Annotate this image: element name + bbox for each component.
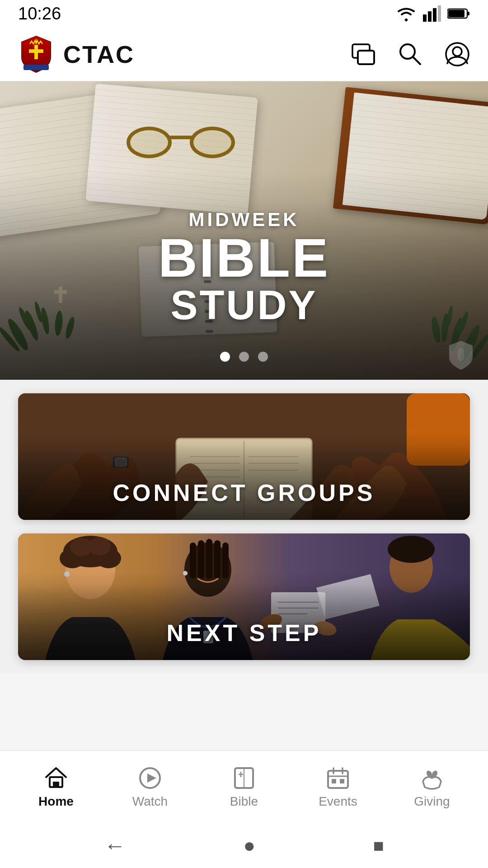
header-right bbox=[351, 42, 470, 67]
logo-shield bbox=[18, 34, 54, 75]
nav-label-events: Events bbox=[319, 794, 357, 809]
header: CTAC bbox=[0, 27, 488, 81]
svg-point-16 bbox=[453, 47, 462, 56]
svg-rect-5 bbox=[467, 12, 469, 15]
connect-groups-card[interactable]: CONNECT GROUPS bbox=[18, 393, 470, 520]
nav-item-bible[interactable]: Bible bbox=[197, 765, 291, 809]
search-icon[interactable] bbox=[398, 42, 423, 67]
svg-rect-6 bbox=[448, 10, 465, 17]
watch-icon bbox=[137, 765, 163, 791]
battery-icon bbox=[447, 8, 470, 19]
nav-item-giving[interactable]: Giving bbox=[385, 765, 479, 809]
hero-title-line1: BIBLE bbox=[0, 231, 488, 285]
home-button[interactable]: ● bbox=[244, 834, 256, 857]
recents-button[interactable]: ■ bbox=[373, 835, 384, 856]
nav-label-home: Home bbox=[38, 794, 74, 809]
content-area: CONNECT GROUPS bbox=[0, 380, 488, 674]
system-nav: ← ● ■ bbox=[0, 823, 488, 868]
svg-rect-8 bbox=[29, 49, 43, 53]
nav-label-watch: Watch bbox=[132, 794, 168, 809]
svg-rect-1 bbox=[428, 11, 432, 22]
home-icon bbox=[43, 765, 69, 791]
bottom-nav: Home Watch Bible Events bbox=[0, 750, 488, 823]
carousel-dot-2[interactable] bbox=[239, 352, 249, 362]
carousel-dot-1[interactable] bbox=[220, 352, 230, 362]
header-left: CTAC bbox=[18, 34, 135, 75]
shield-watermark bbox=[447, 340, 474, 371]
next-step-label: NEXT STEP bbox=[18, 606, 470, 660]
carousel-dots bbox=[0, 352, 488, 362]
carousel-dot-3[interactable] bbox=[258, 352, 268, 362]
svg-rect-9 bbox=[23, 65, 49, 70]
app-title: CTAC bbox=[63, 40, 135, 68]
svg-rect-2 bbox=[433, 8, 436, 22]
connect-groups-label: CONNECT GROUPS bbox=[18, 466, 470, 520]
events-icon bbox=[325, 765, 351, 791]
nav-item-home[interactable]: Home bbox=[9, 765, 103, 809]
messages-icon[interactable] bbox=[351, 42, 376, 67]
hero-title-line2: STUDY bbox=[0, 285, 488, 326]
hero-carousel[interactable]: MIDWEEK BIBLE STUDY bbox=[0, 81, 488, 380]
svg-marker-74 bbox=[147, 774, 156, 783]
nav-item-watch[interactable]: Watch bbox=[103, 765, 197, 809]
svg-line-14 bbox=[413, 57, 420, 64]
status-bar: 10:26 bbox=[0, 0, 488, 27]
svg-rect-3 bbox=[438, 5, 441, 22]
nav-label-giving: Giving bbox=[414, 794, 450, 809]
nav-label-bible: Bible bbox=[230, 794, 258, 809]
profile-icon[interactable] bbox=[445, 42, 470, 67]
wifi-icon bbox=[396, 5, 417, 22]
signal-icon bbox=[423, 5, 441, 22]
giving-icon bbox=[419, 765, 445, 791]
back-button[interactable]: ← bbox=[104, 833, 126, 858]
svg-rect-72 bbox=[53, 782, 59, 787]
next-step-card[interactable]: NEXT STEP bbox=[18, 533, 470, 660]
svg-rect-84 bbox=[340, 779, 344, 783]
svg-rect-11 bbox=[358, 51, 374, 64]
nav-item-events[interactable]: Events bbox=[291, 765, 385, 809]
svg-rect-83 bbox=[332, 779, 336, 783]
svg-rect-79 bbox=[328, 771, 348, 788]
status-icons bbox=[396, 5, 470, 22]
hero-text: MIDWEEK BIBLE STUDY bbox=[0, 209, 488, 326]
status-time: 10:26 bbox=[18, 4, 61, 24]
bible-icon bbox=[231, 765, 257, 791]
svg-rect-0 bbox=[423, 14, 427, 22]
